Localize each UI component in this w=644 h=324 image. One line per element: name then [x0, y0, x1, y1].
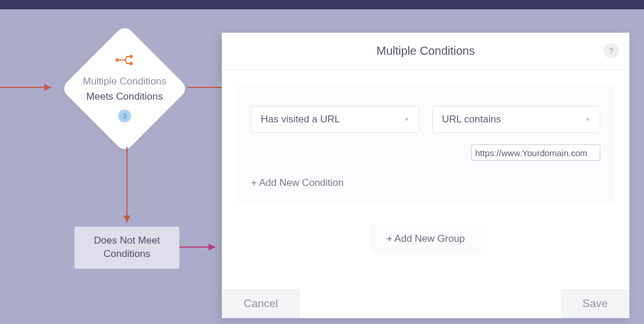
attribute-select-value: Has visited a URL: [261, 114, 340, 125]
condition-row: Has visited a URL ▼ URL contains ▼: [251, 106, 600, 133]
does-not-meet-label: Does Not Meet Conditions: [75, 234, 179, 261]
help-button[interactable]: ?: [604, 43, 619, 58]
condition-group: Has visited a URL ▼ URL contains ▼ + Add…: [237, 85, 614, 203]
condition-node-subtitle: Meets Conditions: [86, 91, 162, 103]
condition-count-badge: 3: [118, 110, 131, 122]
add-group-button[interactable]: + Add New Group: [370, 224, 482, 254]
help-icon: ?: [609, 46, 614, 55]
modal-footer: Cancel Save: [222, 289, 629, 318]
operator-select-value: URL contains: [442, 114, 501, 125]
svg-point-3: [130, 62, 133, 65]
operator-select[interactable]: URL contains ▼: [432, 106, 600, 133]
url-value-input[interactable]: [471, 145, 600, 161]
modal-title: Multiple Conditions: [377, 44, 475, 58]
modal-body: Has visited a URL ▼ URL contains ▼ + Add…: [222, 70, 629, 289]
svg-point-2: [130, 55, 133, 58]
edge-incoming: [0, 82, 58, 93]
save-button[interactable]: Save: [561, 289, 629, 318]
conditions-modal: Multiple Conditions ? Has visited a URL …: [222, 33, 629, 318]
workflow-canvas: Multiple Conditions Meets Conditions 3 D…: [0, 9, 644, 324]
footer-spacer: [300, 289, 561, 318]
svg-point-1: [116, 58, 119, 61]
condition-node[interactable]: Multiple Conditions Meets Conditions 3: [61, 24, 189, 153]
branch-icon: [115, 54, 135, 66]
add-condition-button[interactable]: + Add New Condition: [251, 177, 344, 189]
attribute-select[interactable]: Has visited a URL ▼: [251, 106, 419, 133]
condition-node-title: Multiple Conditions: [83, 76, 167, 87]
chevron-down-icon: ▼: [585, 117, 590, 122]
condition-node-content: Multiple Conditions Meets Conditions 3: [61, 54, 189, 122]
edge-does-not-meet: [179, 241, 223, 253]
cancel-button[interactable]: Cancel: [222, 289, 300, 318]
app-topbar: [0, 0, 644, 9]
chevron-down-icon: ▼: [404, 117, 409, 122]
modal-header: Multiple Conditions ?: [222, 33, 629, 70]
does-not-meet-node[interactable]: Does Not Meet Conditions: [75, 227, 179, 269]
value-row: [251, 145, 600, 161]
edge-down: [121, 147, 133, 228]
